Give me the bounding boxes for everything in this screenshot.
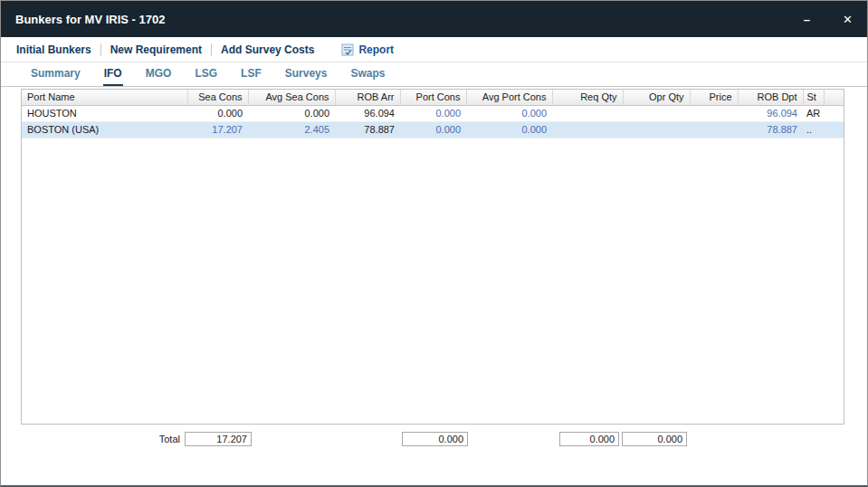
total-port-cons: 0.000 bbox=[402, 432, 468, 446]
cell-filler bbox=[824, 105, 844, 121]
column-header-st[interactable]: St bbox=[803, 90, 824, 105]
cell-rob-dpt: 96.094 bbox=[738, 105, 803, 121]
column-header-rob-arr[interactable]: ROB Arr bbox=[335, 90, 400, 105]
cell-rob-dpt: 78.887 bbox=[738, 121, 803, 138]
toolbar-separator bbox=[100, 43, 101, 56]
minimize-button[interactable]: – bbox=[804, 14, 810, 25]
column-header-port-name[interactable]: Port Name bbox=[22, 90, 187, 105]
total-label: Total bbox=[21, 434, 180, 444]
grid-header-row: Port Name Sea Cons Avg Sea Cons ROB Arr … bbox=[22, 90, 844, 105]
column-header-rob-dpt[interactable]: ROB Dpt bbox=[738, 90, 803, 105]
toolbar-separator bbox=[211, 43, 212, 56]
total-sea-cons: 17.207 bbox=[185, 432, 252, 446]
column-header-port-cons[interactable]: Port Cons bbox=[400, 90, 466, 105]
cell-port-name: BOSTON (USA) bbox=[22, 121, 187, 138]
cell-avg-sea-cons: 0.000 bbox=[248, 105, 335, 121]
report-button[interactable]: Report bbox=[358, 43, 394, 56]
total-req-qty: 0.000 bbox=[559, 432, 619, 446]
new-requirement-button[interactable]: New Requirement bbox=[110, 43, 202, 56]
cell-req-qty bbox=[552, 121, 623, 138]
tab-surveys[interactable]: Surveys bbox=[284, 62, 329, 86]
column-header-avg-sea-cons[interactable]: Avg Sea Cons bbox=[248, 90, 335, 105]
report-group: Report bbox=[341, 43, 394, 56]
totals-row: Total 17.207 0.000 0.000 0.000 bbox=[21, 432, 844, 447]
column-header-avg-port-cons[interactable]: Avg Port Cons bbox=[466, 90, 552, 105]
cell-filler bbox=[824, 121, 844, 138]
scrollbar-filler bbox=[824, 90, 844, 105]
tab-summary[interactable]: Summary bbox=[30, 62, 81, 86]
report-icon bbox=[341, 43, 354, 56]
table-row-boston[interactable]: BOSTON (USA) 17.207 2.405 78.887 0.000 0… bbox=[22, 121, 844, 138]
bunkers-grid: Port Name Sea Cons Avg Sea Cons ROB Arr … bbox=[21, 89, 844, 425]
cell-opr-qty bbox=[623, 105, 690, 121]
cell-st: AR bbox=[803, 105, 824, 121]
column-header-price[interactable]: Price bbox=[690, 90, 738, 105]
cell-opr-qty bbox=[623, 121, 690, 138]
cell-price bbox=[690, 105, 738, 121]
tab-bar: Summary IFO MGO LSG LSF Surveys Swaps bbox=[1, 62, 867, 87]
tab-lsg[interactable]: LSG bbox=[194, 62, 218, 86]
cell-price bbox=[690, 121, 738, 138]
tab-ifo[interactable]: IFO bbox=[103, 62, 123, 86]
window-controls: – ✕ bbox=[804, 14, 853, 25]
cell-port-name: HOUSTON bbox=[22, 105, 187, 121]
cell-st: .. bbox=[803, 121, 824, 138]
tab-swaps[interactable]: Swaps bbox=[349, 62, 386, 86]
cell-rob-arr: 96.094 bbox=[335, 105, 400, 121]
bunkers-window: Bunkers for MV IRIS - 1702 – ✕ Initial B… bbox=[0, 0, 868, 487]
cell-avg-port-cons: 0.000 bbox=[466, 105, 552, 121]
bottom-spacer bbox=[1, 447, 867, 485]
toolbar: Initial Bunkers New Requirement Add Surv… bbox=[1, 37, 867, 62]
cell-avg-sea-cons: 2.405 bbox=[248, 121, 335, 138]
tab-lsf[interactable]: LSF bbox=[240, 62, 262, 86]
cell-sea-cons: 0.000 bbox=[187, 105, 248, 121]
column-header-sea-cons[interactable]: Sea Cons bbox=[187, 90, 248, 105]
cell-avg-port-cons: 0.000 bbox=[466, 121, 552, 138]
cell-port-cons: 0.000 bbox=[400, 121, 466, 138]
add-survey-costs-button[interactable]: Add Survey Costs bbox=[221, 43, 314, 56]
table-row-houston[interactable]: HOUSTON 0.000 0.000 96.094 0.000 0.000 9… bbox=[22, 105, 844, 121]
tab-mgo[interactable]: MGO bbox=[145, 62, 173, 86]
close-button[interactable]: ✕ bbox=[843, 14, 853, 25]
total-opr-qty: 0.000 bbox=[622, 432, 687, 446]
window-title: Bunkers for MV IRIS - 1702 bbox=[15, 13, 165, 26]
title-bar: Bunkers for MV IRIS - 1702 – ✕ bbox=[1, 1, 867, 37]
cell-sea-cons: 17.207 bbox=[187, 121, 248, 138]
column-header-req-qty[interactable]: Req Qty bbox=[552, 90, 623, 105]
initial-bunkers-button[interactable]: Initial Bunkers bbox=[16, 43, 91, 56]
cell-port-cons: 0.000 bbox=[400, 105, 466, 121]
cell-rob-arr: 78.887 bbox=[335, 121, 400, 138]
cell-req-qty bbox=[552, 105, 623, 121]
column-header-opr-qty[interactable]: Opr Qty bbox=[623, 90, 690, 105]
